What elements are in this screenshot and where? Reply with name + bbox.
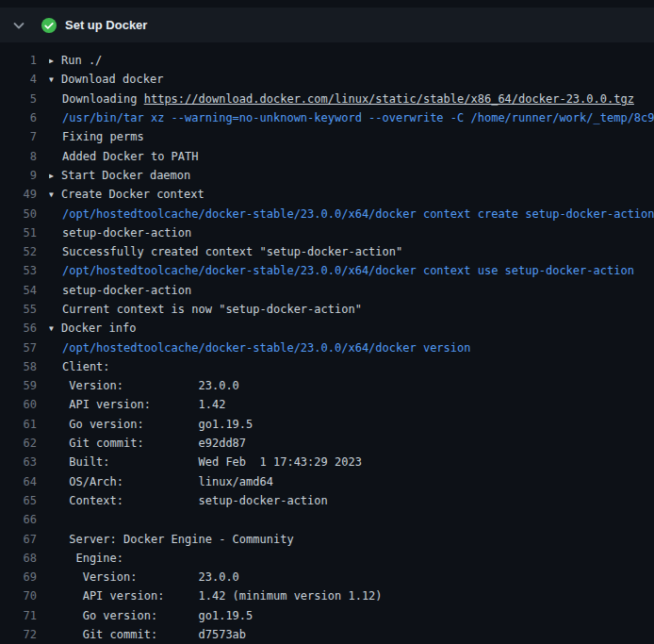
line-number[interactable]: 59 [0,379,49,392]
log-command-text: /opt/hostedtoolcache/docker-stable/23.0.… [49,264,654,277]
line-number[interactable]: 4 [0,73,49,86]
line-number[interactable]: 5 [0,92,49,106]
chevron-down-icon: ▼ [49,190,61,199]
log-line: 68 Engine: [0,549,654,568]
line-number[interactable]: 62 [0,437,49,450]
log-line: 53/opt/hostedtoolcache/docker-stable/23.… [0,261,654,280]
line-number[interactable]: 60 [0,398,49,411]
log-line: 54setup-docker-action [0,281,654,300]
log-line[interactable]: 56▼Docker info [0,319,654,338]
log-command-text: /opt/hostedtoolcache/docker-stable/23.0.… [49,207,654,221]
log-text: Added Docker to PATH [49,150,654,163]
log-text: Context: setup-docker-action [49,494,654,507]
log-text: Server: Docker Engine - Community [49,533,654,546]
log-text: Git commit: d7573ab [49,628,654,641]
line-number[interactable]: 51 [0,226,49,239]
log-line: 52Successfully created context "setup-do… [0,242,654,261]
log-line[interactable]: 4▼Download docker [0,70,654,89]
log-line: 55Current context is now "setup-docker-a… [0,300,654,319]
line-number[interactable]: 56 [0,322,49,335]
log-line: 62 Git commit: e92dd87 [0,434,654,453]
line-number[interactable]: 70 [0,589,49,603]
log-line: 72 Git commit: d7573ab [0,625,654,644]
log-line[interactable]: 1▶Run ./ [0,51,654,70]
log-line[interactable]: 49▼Create Docker context [0,185,654,204]
line-number[interactable]: 72 [0,628,49,641]
line-number[interactable]: 9 [0,169,49,182]
line-number[interactable]: 65 [0,494,49,507]
log-line: 51setup-docker-action [0,223,654,242]
line-number[interactable]: 69 [0,570,49,584]
line-number[interactable]: 57 [0,341,49,355]
log-text: Engine: [49,552,654,565]
log-line: 64 OS/Arch: linux/amd64 [0,472,654,491]
log-line: 65 Context: setup-docker-action [0,491,654,510]
log-line: 6/usr/bin/tar xz --warning=no-unknown-ke… [0,108,654,127]
log-text: Version: 23.0.0 [49,570,654,584]
line-content: Downloading https://download.docker.com/… [49,92,654,106]
log-text: Client: [49,360,654,373]
chevron-right-icon: ▶ [49,172,61,180]
log: 1▶Run ./4▼Download docker5Downloading ht… [0,42,654,644]
log-command-text: /usr/bin/tar xz --warning=no-unknown-key… [49,111,654,124]
log-line: 8Added Docker to PATH [0,146,654,165]
line-number[interactable]: 66 [0,513,49,526]
log-link[interactable]: https://download.docker.com/linux/static… [144,92,634,106]
chevron-right-icon: ▶ [49,57,61,65]
log-line: 59 Version: 23.0.0 [0,376,654,395]
step-title: Set up Docker [65,18,147,32]
chevron-down-icon: ▼ [49,324,61,333]
line-number[interactable]: 64 [0,475,49,488]
line-number[interactable]: 52 [0,245,49,258]
step-header[interactable]: Set up Docker [0,8,654,42]
line-number[interactable]: 50 [0,207,49,221]
line-number[interactable]: 68 [0,552,49,565]
log-text: API version: 1.42 [49,398,654,411]
log-text: Downloading [62,92,144,106]
log-text: Go version: go1.19.5 [49,609,654,622]
log-text: setup-docker-action [49,284,654,297]
line-number[interactable]: 58 [0,360,49,373]
line-number[interactable]: 67 [0,533,49,546]
log-line: 58Client: [0,357,654,376]
line-content: ▼Docker info [49,322,654,335]
log-text: Fixing perms [49,130,654,143]
group-title: Download docker [61,73,163,86]
line-number[interactable]: 53 [0,264,49,277]
line-number[interactable]: 1 [0,54,49,67]
line-number[interactable]: 49 [0,188,49,201]
line-number[interactable]: 55 [0,303,49,316]
log-line: 69 Version: 23.0.0 [0,568,654,586]
log-line: 70 API version: 1.42 (minimum version 1.… [0,586,654,605]
log-text: Version: 23.0.0 [49,379,654,392]
line-number[interactable]: 61 [0,418,49,431]
log-text: Current context is now "setup-docker-act… [49,303,654,316]
line-number[interactable]: 71 [0,609,49,622]
line-number[interactable]: 8 [0,150,49,163]
line-number[interactable]: 6 [0,111,49,124]
log-text: Built: Wed Feb 1 17:43:29 2023 [49,455,654,469]
log-line: 63 Built: Wed Feb 1 17:43:29 2023 [0,453,654,471]
log-text: Go version: go1.19.5 [49,418,654,431]
line-number[interactable]: 54 [0,284,49,297]
chevron-down-icon[interactable] [11,18,26,33]
log-line: 7Fixing perms [0,127,654,146]
log-command-text: /opt/hostedtoolcache/docker-stable/23.0.… [49,341,654,355]
log-text: Git commit: e92dd87 [49,437,654,450]
log-text: setup-docker-action [49,226,654,239]
log-text: OS/Arch: linux/amd64 [49,475,654,488]
check-circle-icon [41,18,57,33]
group-title: Create Docker context [61,188,204,201]
line-number[interactable]: 63 [0,455,49,469]
group-title: Start Docker daemon [61,169,190,182]
log-line: 50/opt/hostedtoolcache/docker-stable/23.… [0,204,654,223]
group-title: Docker info [61,322,136,335]
line-content: ▼Create Docker context [49,188,654,201]
log-line: 61 Go version: go1.19.5 [0,415,654,434]
log-line[interactable]: 9▶Start Docker daemon [0,166,654,185]
log-line: 5Downloading https://download.docker.com… [0,90,654,108]
log-line: 67 Server: Docker Engine - Community [0,529,654,548]
line-number[interactable]: 7 [0,130,49,143]
log-line: 60 API version: 1.42 [0,395,654,414]
line-content: ▶Run ./ [49,54,654,67]
